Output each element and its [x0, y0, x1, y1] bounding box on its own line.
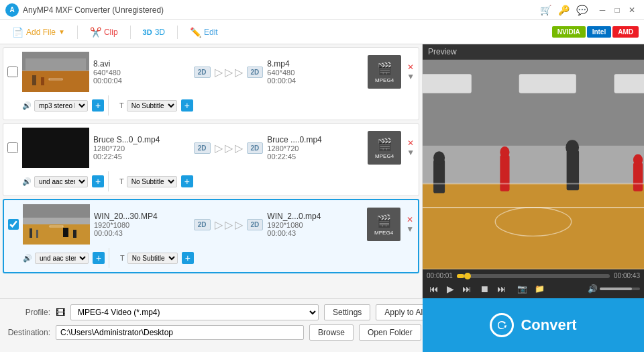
clip-icon: ✂️: [90, 27, 101, 38]
audio-select-2[interactable]: und aac ster: [34, 176, 88, 187]
file-checkbox-3[interactable]: [8, 219, 19, 230]
svg-point-26: [433, 151, 445, 165]
svg-rect-2: [25, 58, 86, 71]
output-dur-2: 00:22:45: [267, 152, 364, 161]
audio-select-1[interactable]: mp3 stereo I: [34, 100, 88, 112]
svg-point-32: [633, 154, 643, 165]
file-close-btn-3[interactable]: ✕: [406, 216, 414, 224]
output-info-1: 8.mp4 640*480 00:00:04: [267, 59, 364, 85]
preview-video: [423, 60, 644, 269]
profile-select[interactable]: MPEG-4 Video (*.mp4): [70, 304, 319, 320]
settings-button[interactable]: Settings: [324, 304, 370, 320]
codec-btn-1[interactable]: 🎬 MPEG4: [368, 55, 401, 89]
file-checkbox-1[interactable]: [7, 67, 18, 77]
minimize-button[interactable]: ─: [596, 5, 609, 15]
subtitle-add-btn-2[interactable]: +: [181, 175, 193, 187]
file-down-btn-1[interactable]: ▼: [407, 73, 415, 81]
stop-button[interactable]: ⏹: [477, 282, 492, 296]
output-dur-1: 00:00:04: [267, 77, 364, 85]
screenshot-button[interactable]: 📷: [515, 283, 530, 295]
3d-label-icon: 3D: [143, 28, 152, 36]
volume-bar[interactable]: [600, 288, 640, 290]
convert-button[interactable]: Convert: [490, 313, 576, 337]
timeline: 00:00:01 00:00:43: [427, 272, 640, 279]
svg-rect-20: [614, 74, 644, 93]
audio-select-3[interactable]: und aac ster: [35, 253, 89, 264]
file-item-1: 8.avi 640*480 00:00:04 2D ▷▷▷ 2D 8.mp4 6…: [3, 47, 419, 120]
nvidia-button[interactable]: NVIDIA: [552, 26, 586, 38]
file-res-1: 640*480: [93, 69, 190, 77]
app-title: AnyMP4 MXF Converter (Unregistered): [23, 5, 164, 15]
browse-button[interactable]: Browse: [309, 324, 354, 341]
skip-start-button[interactable]: ⏮: [427, 282, 441, 296]
3d-button[interactable]: 3D 3D: [136, 25, 172, 40]
preview-title: Preview: [423, 44, 644, 60]
file-dur-3: 00:00:43: [94, 229, 190, 237]
folder-button[interactable]: 📁: [532, 283, 547, 295]
svg-rect-22: [423, 183, 644, 269]
svg-rect-11: [30, 228, 32, 238]
open-folder-button[interactable]: Open Folder: [359, 324, 421, 341]
output-info-3: WIN_2...0.mp4 1920*1080 00:00:43: [267, 212, 363, 237]
subtitle-add-btn-1[interactable]: +: [181, 99, 193, 112]
audio-add-btn-1[interactable]: +: [92, 99, 104, 112]
svg-rect-17: [423, 60, 644, 146]
codec-btn-3[interactable]: 🎬 MPEG4: [367, 208, 400, 241]
preview-panel: Preview: [423, 44, 644, 298]
subtitle-info-2: T No Subtitle: [119, 176, 177, 187]
cart-icon[interactable]: 🛒: [540, 5, 551, 15]
key-icon[interactable]: 🔑: [558, 5, 570, 15]
add-file-button[interactable]: 📄 Add File ▼: [5, 24, 72, 40]
input-badge-2d-1: 2D: [194, 67, 211, 78]
skip-end-button[interactable]: ⏭: [494, 282, 509, 296]
sep-v-3: [109, 248, 109, 268]
output-name-3: WIN_2...0.mp4: [267, 212, 363, 221]
svg-rect-9: [23, 224, 90, 245]
svg-rect-4: [41, 77, 44, 85]
file-actions-3: ✕ ▼: [406, 216, 414, 233]
intel-button[interactable]: Intel: [587, 26, 612, 38]
audio-icon-1: 🔊: [22, 101, 32, 110]
dest-input[interactable]: [56, 325, 304, 340]
toolbar: 📄 Add File ▼ ✂️ Clip 3D 3D ✏️ Edit NVIDI…: [0, 20, 644, 44]
codec-label-2: MPEG4: [375, 153, 394, 159]
subtitle-select-1[interactable]: No Subtitle: [127, 100, 177, 112]
file-down-btn-3[interactable]: ▼: [406, 225, 414, 233]
subtitle-add-btn-3[interactable]: +: [182, 252, 194, 264]
file-info-1: 8.avi 640*480 00:00:04: [93, 59, 190, 85]
clip-button[interactable]: ✂️ Clip: [83, 24, 125, 40]
play-button[interactable]: ▶: [444, 282, 457, 296]
output-res-3: 1920*1080: [267, 221, 363, 229]
file-checkbox-2[interactable]: [7, 142, 18, 153]
file-close-btn-1[interactable]: ✕: [407, 63, 415, 71]
svg-rect-15: [73, 230, 76, 238]
subtitle-select-2[interactable]: No Subtitle: [127, 176, 177, 187]
file-thumbnail-1: [22, 52, 89, 92]
file-down-btn-2[interactable]: ▼: [407, 148, 415, 157]
sep-v-2: [108, 171, 109, 191]
output-res-1: 640*480: [267, 69, 364, 77]
timeline-bar[interactable]: [457, 274, 610, 278]
codec-btn-2[interactable]: 🎬 MPEG4: [368, 131, 401, 165]
output-res-2: 1280*720: [267, 144, 364, 152]
file-close-btn-2[interactable]: ✕: [407, 139, 415, 147]
codec-icon-3: 🎬: [376, 214, 391, 228]
chat-icon[interactable]: 💬: [576, 5, 588, 15]
file-info-3: WIN_20...30.MP4 1920*1080 00:00:43: [94, 212, 190, 237]
audio-add-btn-2[interactable]: +: [92, 175, 104, 187]
convert-area[interactable]: Convert: [423, 298, 644, 352]
svg-rect-27: [500, 155, 509, 191]
profile-label: Profile:: [7, 308, 50, 317]
file-item-2: Bruce S...0_0.mp4 1280*720 00:22:45 2D ▷…: [3, 123, 419, 196]
edit-button[interactable]: ✏️ Edit: [183, 24, 225, 40]
audio-info-3: 🔊 und aac ster: [23, 253, 89, 264]
convert-arrow-2: ▷▷▷: [215, 142, 243, 155]
audio-add-btn-3[interactable]: +: [93, 252, 105, 264]
maximize-button[interactable]: □: [610, 5, 624, 15]
amd-button[interactable]: AMD: [612, 26, 639, 38]
skip-frame-button[interactable]: ⏭: [460, 282, 474, 296]
dest-label: Destination:: [7, 328, 50, 337]
close-button[interactable]: ✕: [625, 5, 639, 15]
codec-label-3: MPEG4: [374, 230, 393, 236]
subtitle-select-3[interactable]: No Subtitle: [127, 253, 178, 264]
